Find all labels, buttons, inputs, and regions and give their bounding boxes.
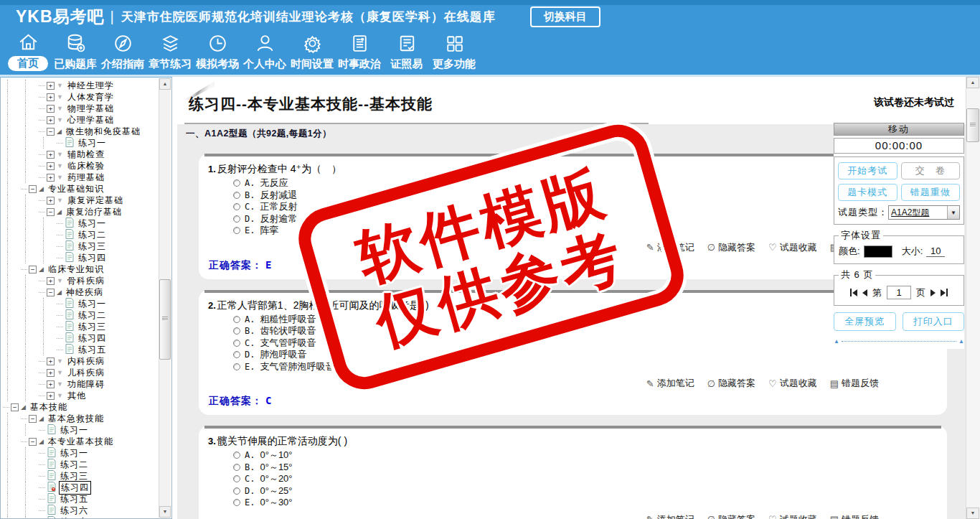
hide-answer-button[interactable]: ∅隐藏答案 <box>707 513 755 519</box>
font-color-swatch[interactable] <box>864 246 892 258</box>
answer-option[interactable]: E.支气管肺泡呼吸音 <box>233 361 947 373</box>
expand-toggle-icon[interactable]: + <box>47 93 55 101</box>
option-radio[interactable] <box>233 227 240 234</box>
tree-item-人体发育学[interactable]: +▼人体发育学 <box>3 91 157 103</box>
expand-toggle-icon[interactable]: + <box>47 105 55 113</box>
option-radio[interactable] <box>233 327 240 335</box>
expand-toggle-icon[interactable]: + <box>47 277 55 285</box>
tree-item-label[interactable]: 药理基础 <box>66 172 106 184</box>
tree-item-功能障碍[interactable]: +▼功能障碍 <box>3 378 157 390</box>
collapse-toggle-icon[interactable]: − <box>47 208 55 216</box>
tree-item-label[interactable]: 练习三 <box>77 240 108 253</box>
expand-toggle-icon[interactable]: + <box>47 357 55 365</box>
scroll-up-button[interactable]: ▲ <box>966 77 979 88</box>
tree-item-内科疾病[interactable]: +▼内科疾病 <box>3 355 157 367</box>
collapse-toggle-icon[interactable]: − <box>29 185 37 193</box>
tree-item-label[interactable]: 练习二 <box>77 229 108 241</box>
nav-item-more-functions[interactable]: 更多功能 <box>430 32 478 71</box>
nav-item-personal-center[interactable]: 个人中心 <box>241 32 288 71</box>
expand-toggle-icon[interactable]: + <box>47 116 55 124</box>
tree-item-label[interactable]: 本专业基本技能 <box>47 436 115 448</box>
collapse-toggle-icon[interactable]: − <box>11 403 19 411</box>
tree-item-基本技能[interactable]: −◢基本技能 <box>3 401 157 413</box>
expand-toggle-icon[interactable]: + <box>47 151 55 159</box>
option-radio[interactable] <box>233 351 240 358</box>
tree-item-label[interactable]: 练习一 <box>77 298 108 310</box>
tree-item-label[interactable]: 微生物和免疫基础 <box>65 126 142 138</box>
tree-item-label[interactable]: 练习五 <box>59 493 90 505</box>
collapse-toggle-icon[interactable]: − <box>29 266 37 273</box>
tree-item-label[interactable]: 其他 <box>66 390 88 402</box>
tree-item-练习五[interactable]: 练习五 <box>3 493 157 505</box>
add-note-button[interactable]: ✎添加笔记 <box>646 377 694 390</box>
tree-item-label[interactable]: 练习一 <box>77 218 108 230</box>
expand-toggle-icon[interactable]: + <box>47 197 55 205</box>
wrong-feedback-button[interactable]: ▤错题反馈 <box>830 377 879 390</box>
option-radio[interactable] <box>233 499 240 506</box>
add-note-button[interactable]: ✎添加笔记 <box>646 513 694 519</box>
expand-toggle-icon[interactable]: + <box>47 380 55 388</box>
tree-item-label[interactable]: 儿科疾病 <box>66 367 106 379</box>
expand-toggle-icon[interactable]: + <box>47 162 55 170</box>
scroll-up-button[interactable]: ▲ <box>159 78 171 90</box>
tree-item-label[interactable]: 临床专业知识 <box>47 263 105 276</box>
collapse-toggle-icon[interactable]: − <box>29 415 37 423</box>
tree-item-练习一[interactable]: 练习一 <box>3 218 157 229</box>
answer-option[interactable]: E.0°～30° <box>233 497 947 509</box>
option-radio[interactable] <box>233 203 240 210</box>
nav-item-mock-exam[interactable]: 模拟考场 <box>194 32 241 71</box>
tree-item-label[interactable]: 练习一 <box>59 424 90 436</box>
tree-item-临床专业知识[interactable]: −◢临床专业知识 <box>3 263 157 275</box>
tree-item-label[interactable]: 人体发育学 <box>66 91 116 103</box>
collect-question-button[interactable]: ♡试题收藏 <box>768 377 817 390</box>
collect-question-button[interactable]: ♡试题收藏 <box>768 513 817 519</box>
tree-item-药理基础[interactable]: +▼药理基础 <box>3 172 157 183</box>
collapse-toggle-icon[interactable]: − <box>47 128 55 136</box>
option-radio[interactable] <box>233 452 240 459</box>
tree-item-专业基础知识[interactable]: −◢专业基础知识 <box>3 183 157 195</box>
nav-item-purchased-bank[interactable]: 已购题库 <box>52 32 99 71</box>
option-radio[interactable] <box>233 363 240 370</box>
switch-subject-button[interactable]: 切换科目 <box>530 6 600 27</box>
tree-item-微生物和免疫基础[interactable]: −◢微生物和免疫基础 <box>3 126 157 137</box>
option-radio[interactable] <box>233 215 240 223</box>
tree-item-物理学基础[interactable]: +▼物理学基础 <box>3 103 157 114</box>
option-radio[interactable] <box>233 179 240 187</box>
print-entry-button[interactable]: 打印入口 <box>903 312 965 331</box>
tree-item-label[interactable]: 康复治疗基础 <box>65 206 123 218</box>
tree-item-label[interactable]: 练习四 <box>77 252 108 264</box>
tree-item-练习三[interactable]: 练习三 <box>3 240 157 252</box>
tree-item-label[interactable]: 心理学基础 <box>66 114 116 126</box>
tree-item-本专业基本技能[interactable]: −◢本专业基本技能 <box>3 436 157 447</box>
collect-question-button[interactable]: ♡试题收藏 <box>768 241 817 254</box>
nav-item-guide[interactable]: 介绍指南 <box>99 32 146 71</box>
answer-card-mode-button[interactable]: 题卡模式 <box>838 184 897 201</box>
tree-item-练习一[interactable]: 练习一 <box>3 137 157 149</box>
tree-item-label[interactable]: 基本急救技能 <box>47 413 105 425</box>
tree-item-练习四[interactable]: 练习四 <box>3 252 157 263</box>
tree-item-练习五[interactable]: 练习五 <box>3 344 157 355</box>
collapse-toggle-icon[interactable]: − <box>29 438 37 446</box>
first-page-button[interactable] <box>850 289 857 296</box>
submit-paper-button[interactable]: 交 卷 <box>901 162 961 179</box>
nav-item-time-settings[interactable]: 时间设置 <box>288 32 336 71</box>
tree-item-label[interactable]: 临床检验 <box>66 160 106 172</box>
tree-item-练习二[interactable]: 练习二 <box>3 459 157 470</box>
tree-item-临床检验[interactable]: +▼临床检验 <box>3 160 157 172</box>
tree-item-label[interactable]: 神经疾病 <box>65 286 105 299</box>
sidebar-scrollbar[interactable]: ▲ ▼ <box>159 78 171 518</box>
option-radio[interactable] <box>233 192 240 199</box>
next-page-button[interactable] <box>930 289 936 296</box>
tree-item-label[interactable]: 内科疾病 <box>66 355 106 368</box>
answer-option[interactable]: B.0°～15° <box>233 462 947 474</box>
expand-toggle-icon[interactable]: + <box>47 174 55 182</box>
tree-item-其他[interactable]: +▼其他 <box>3 390 157 401</box>
tree-item-练习六[interactable]: 练习六 <box>3 505 157 516</box>
main-scrollbar[interactable]: ▲ ▼ <box>966 77 980 519</box>
page-number-input[interactable]: 1 <box>887 286 911 299</box>
tree-item-label[interactable]: 练习七 <box>59 516 90 519</box>
tree-item-基本急救技能[interactable]: −◢基本急救技能 <box>3 413 157 424</box>
option-radio[interactable] <box>233 464 240 471</box>
option-radio[interactable] <box>233 475 240 482</box>
answer-option[interactable]: A.0°～10° <box>233 449 947 462</box>
